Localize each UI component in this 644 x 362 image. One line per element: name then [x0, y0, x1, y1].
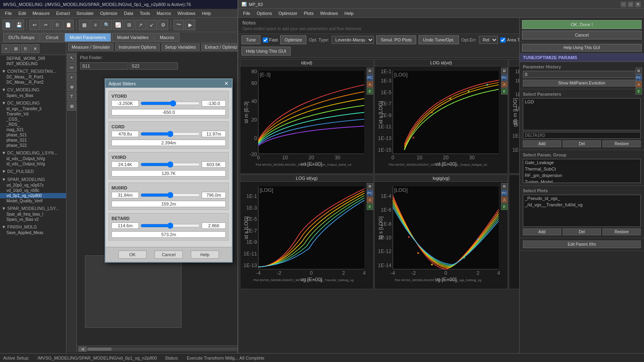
- params-add-btn[interactable]: Add: [523, 140, 561, 147]
- slider-mu0rd-range[interactable]: [140, 192, 200, 198]
- param-group-gate-leakage[interactable]: Gate_Leakage: [523, 159, 640, 166]
- save-button[interactable]: 💾: [14, 20, 24, 30]
- plots-restore-btn[interactable]: Restore: [603, 228, 641, 235]
- adjust-sliders-dialog[interactable]: Adjust Sliders ✕ VTORD CGRD: [105, 78, 233, 263]
- slider-betard-min-input[interactable]: [111, 222, 139, 229]
- mp-close-btn[interactable]: ✕: [635, 2, 641, 7]
- sidebar-copy-btn[interactable]: ⎘: [21, 44, 30, 53]
- slider-vx0rd-max-input[interactable]: [202, 161, 226, 168]
- plot-option-transfer[interactable]: _/id_vgs__Transfer_full/id_vg: [523, 202, 640, 208]
- instrument-options-btn[interactable]: Instrument Options: [115, 43, 160, 51]
- slider-betard-max-input[interactable]: [202, 222, 226, 229]
- sidebar-item-model-quality[interactable]: Model_Quality_Verif: [0, 198, 66, 204]
- tune-btn[interactable]: Tune: [242, 35, 260, 44]
- plot-log-id-vd-expand[interactable]: ⊞: [501, 68, 508, 74]
- table-button[interactable]: ⊞: [124, 20, 134, 30]
- chart-button[interactable]: 📈: [113, 20, 123, 30]
- sidebar-item-vd-10p0[interactable]: vd_10p0_vg_n58c: [0, 188, 66, 193]
- sidebar-item-mag-s21[interactable]: mag_S21: [0, 127, 66, 132]
- mp-restore-btn[interactable]: □: [628, 2, 634, 7]
- sidebar-header-finish[interactable]: ▼ FINISH_MDLG: [0, 224, 66, 230]
- slider-vx0rd-range[interactable]: [140, 162, 200, 167]
- param-group-rf-gm[interactable]: RF_gm_dispersion: [523, 172, 640, 179]
- sidebar-item-dc-meas-r-port1[interactable]: DC_Meas__R_Port1: [0, 74, 66, 80]
- sidebar-header-spar-lsyn[interactable]: ▼ SPAR_MODELING_LSY...: [0, 205, 66, 212]
- export-button[interactable]: ↗: [135, 20, 146, 30]
- plot-log-id-vd-pc[interactable]: PC: [501, 74, 508, 81]
- sidebar-item-vd-20p0[interactable]: vd_20p0_vg_n0p57c: [0, 183, 66, 188]
- sidebar-header-spar[interactable]: ▼ SPAR_MODELING: [0, 176, 66, 183]
- plot-finder-input-s22[interactable]: [130, 62, 178, 70]
- simul-po-plots-btn[interactable]: Simul. PO Plots: [376, 35, 416, 44]
- plot-log-id-vg-expand[interactable]: ⊞: [367, 183, 373, 189]
- plot-gds-vd-e[interactable]: E: [636, 88, 642, 95]
- ok-done-button[interactable]: OK, Done !: [522, 20, 642, 29]
- sidebar-item-vd-0p1[interactable]: vd_0p1_vg_n2p800: [0, 193, 66, 198]
- slider-cgrd-center-input[interactable]: [111, 140, 226, 146]
- sidebar-header-dc-pulsed[interactable]: ▼ DC_PULSED: [0, 168, 66, 175]
- plot-log-id-vd-e[interactable]: E: [501, 88, 508, 95]
- slider-vtord-center-input[interactable]: [111, 109, 226, 115]
- menu-windows[interactable]: Windows: [174, 10, 199, 16]
- tab-macros[interactable]: Macros: [155, 33, 180, 42]
- extract-optimize-btn[interactable]: Extract / Optimize: [201, 43, 244, 51]
- params-del-btn[interactable]: Del: [563, 140, 601, 147]
- plot-log-id-vg-e[interactable]: E: [367, 204, 373, 210]
- sidebar-item-rds[interactable]: _RDS_: [0, 122, 66, 127]
- sidebar-header-dc-lsync[interactable]: ▼ DC_MODELING_LSYN...: [0, 150, 66, 156]
- slider-mu0rd-min-input[interactable]: [111, 192, 139, 198]
- slider-cgrd-min-input[interactable]: [111, 131, 139, 137]
- dialog-title-bar[interactable]: Adjust Sliders ✕: [105, 79, 232, 88]
- help-using-btn[interactable]: Help Using This GUI: [242, 47, 291, 56]
- plot-id-vd-expand-btn[interactable]: ⊞: [367, 68, 373, 74]
- slider-vx0rd-min-input[interactable]: [111, 161, 139, 168]
- copy-button[interactable]: ⎘: [52, 20, 62, 30]
- sidebar-item-save-applied[interactable]: Save_Applied_Meas: [0, 230, 66, 235]
- select-params-box[interactable]: LGD: [523, 98, 641, 130]
- plot-option-pseudo[interactable]: _Pseudo_id_vgs_: [523, 195, 640, 202]
- menu-data[interactable]: Data: [121, 10, 136, 16]
- menu-tools[interactable]: Tools: [136, 10, 153, 16]
- menu-simulate[interactable]: Simulate: [73, 10, 97, 16]
- sidebar-item-spars-vs-bias-v2[interactable]: Spars_vs_Bias v2: [0, 217, 66, 222]
- nav-magnify-icon[interactable]: ⊞: [67, 102, 76, 111]
- undo-button[interactable]: ↩: [29, 20, 40, 30]
- slider-vtord-max-input[interactable]: [202, 100, 226, 107]
- import-button[interactable]: ↙: [147, 20, 157, 30]
- param-option-lgd[interactable]: LGD: [523, 99, 640, 105]
- select-param-group-box[interactable]: Gate_Leakage Thermal_SubCt RF_gm_dispers…: [523, 159, 641, 183]
- slider-vtord-range[interactable]: [140, 101, 200, 106]
- scroll-thumb[interactable]: [87, 348, 111, 351]
- sidebar-item-id-vds-output1[interactable]: id_vds__Output_hiVg: [0, 156, 66, 161]
- sidebar-del-btn[interactable]: ✕: [31, 44, 39, 53]
- plot-gds-vd-expand[interactable]: ⊞: [636, 68, 642, 74]
- slider-mu0rd-center-input[interactable]: [111, 201, 226, 207]
- sidebar-item-id-vds-output2[interactable]: id_vds__Output_hiVg: [0, 161, 66, 167]
- slider-cgrd-range[interactable]: [140, 131, 200, 137]
- paste-button[interactable]: 📋: [63, 20, 74, 30]
- plot-log-id-vg-pc[interactable]: PC: [367, 190, 373, 196]
- plot-id-vd-e-btn[interactable]: E: [367, 88, 373, 95]
- dialog-ok-btn[interactable]: OK: [118, 251, 147, 259]
- mp-menu-help[interactable]: Help: [341, 10, 357, 16]
- menu-edit[interactable]: Edit: [15, 10, 29, 16]
- plot-logig-vg-expand[interactable]: ⊞: [501, 183, 508, 189]
- dialog-close-btn[interactable]: ✕: [224, 80, 229, 86]
- menu-optimize[interactable]: Optimize: [97, 10, 121, 16]
- menu-help[interactable]: Help: [199, 10, 215, 16]
- sidebar-item-dc-meas-r-port2[interactable]: DC_Meas__R_Port2: [0, 80, 66, 85]
- slider-vtord-min-input[interactable]: [111, 100, 139, 107]
- sidebar-item-define-work-dir[interactable]: DEFINE_WORK_DIR: [0, 56, 66, 61]
- dialog-cancel-btn[interactable]: Cancel: [155, 251, 183, 259]
- param-group-thermal[interactable]: Thermal_SubCt: [523, 166, 640, 172]
- sidebar-item-phase-s21[interactable]: phase_S21: [0, 132, 66, 138]
- measure-simulate-btn[interactable]: Measure / Simulate: [68, 43, 114, 51]
- select-plots-box[interactable]: _Pseudo_id_vgs_ _/id_vgs__Transfer_full/…: [523, 195, 641, 227]
- setup-variables-btn[interactable]: Setup Variables: [161, 43, 200, 51]
- mp-menu-windows[interactable]: Windows: [317, 10, 341, 16]
- sidebar-header-contact[interactable]: ▼ CONTACT_RESISTAN...: [0, 68, 66, 74]
- plot-id-vd-pc-btn[interactable]: PC: [367, 74, 373, 81]
- sidebar-add-btn[interactable]: +: [2, 44, 10, 53]
- plot-log-id-vd-a[interactable]: A: [501, 81, 508, 88]
- plot-logig-vg-a[interactable]: A: [501, 197, 508, 203]
